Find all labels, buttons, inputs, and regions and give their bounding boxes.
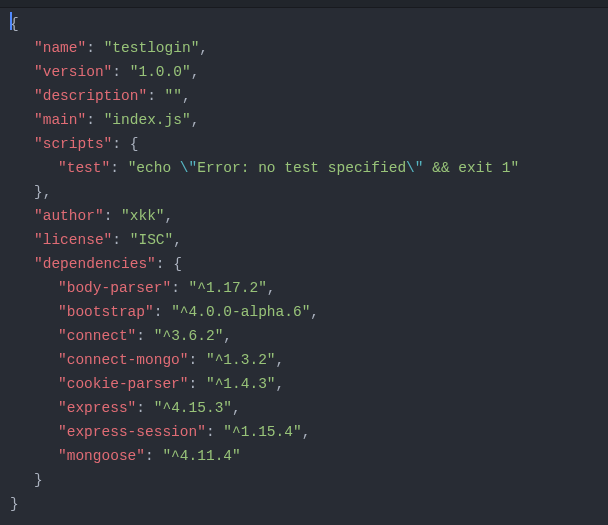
colon: : [206, 424, 223, 440]
code-line: "express-session": "^1.15.4", [10, 420, 608, 444]
json-key: "scripts" [34, 136, 112, 152]
json-value: "1.0.0" [130, 64, 191, 80]
comma: , [276, 352, 285, 368]
brace-close: } [34, 184, 43, 200]
comma: , [267, 280, 276, 296]
brace-open: { [130, 136, 139, 152]
escape-sequence: \" [406, 160, 423, 176]
code-line: "version": "1.0.0", [10, 60, 608, 84]
colon: : [104, 208, 121, 224]
colon: : [86, 40, 103, 56]
code-line: "author": "xkk", [10, 204, 608, 228]
json-value: "^4.0.0-alpha.6" [171, 304, 310, 320]
brace-close: } [34, 472, 43, 488]
json-key: "connect-mongo" [58, 352, 189, 368]
colon: : [147, 88, 164, 104]
json-value: "ISC" [130, 232, 174, 248]
comma: , [182, 88, 191, 104]
json-key: "version" [34, 64, 112, 80]
code-line: "mongoose": "^4.11.4" [10, 444, 608, 468]
comma: , [191, 64, 200, 80]
json-value: "testlogin" [104, 40, 200, 56]
comma: , [199, 40, 208, 56]
colon: : [156, 256, 173, 272]
code-line: "connect-mongo": "^1.3.2", [10, 348, 608, 372]
json-key: "author" [34, 208, 104, 224]
escape-sequence: \" [180, 160, 197, 176]
json-key: "main" [34, 112, 86, 128]
colon: : [136, 328, 153, 344]
colon: : [86, 112, 103, 128]
code-line: "express": "^4.15.3", [10, 396, 608, 420]
json-key: "connect" [58, 328, 136, 344]
json-key: "express" [58, 400, 136, 416]
brace-close: } [10, 496, 19, 512]
code-line: "dependencies": { [10, 252, 608, 276]
comma: , [310, 304, 319, 320]
colon: : [112, 232, 129, 248]
code-line: "main": "index.js", [10, 108, 608, 132]
json-value: && exit 1" [424, 160, 520, 176]
colon: : [154, 304, 171, 320]
code-line: "license": "ISC", [10, 228, 608, 252]
comma: , [302, 424, 311, 440]
json-key: "cookie-parser" [58, 376, 189, 392]
json-value: Error: no test specified [197, 160, 406, 176]
json-key: "license" [34, 232, 112, 248]
json-value: "^1.17.2" [189, 280, 267, 296]
json-value: "^3.6.2" [154, 328, 224, 344]
comma: , [173, 232, 182, 248]
json-key: "body-parser" [58, 280, 171, 296]
code-editor[interactable]: { "name": "testlogin", "version": "1.0.0… [0, 8, 608, 516]
json-value: "" [165, 88, 182, 104]
comma: , [43, 184, 52, 200]
comma: , [165, 208, 174, 224]
code-line: "body-parser": "^1.17.2", [10, 276, 608, 300]
json-key: "test" [58, 160, 110, 176]
comma: , [223, 328, 232, 344]
json-value: "xkk" [121, 208, 165, 224]
colon: : [171, 280, 188, 296]
code-line: "cookie-parser": "^1.4.3", [10, 372, 608, 396]
code-line: "scripts": { [10, 132, 608, 156]
json-key: "name" [34, 40, 86, 56]
json-value: "^1.15.4" [223, 424, 301, 440]
json-value: "^1.4.3" [206, 376, 276, 392]
json-value: "^4.15.3" [154, 400, 232, 416]
code-line: } [10, 492, 608, 516]
colon: : [145, 448, 162, 464]
code-line: } [10, 468, 608, 492]
comma: , [191, 112, 200, 128]
colon: : [189, 352, 206, 368]
json-value: "index.js" [104, 112, 191, 128]
code-line: { [10, 12, 608, 36]
text-cursor [10, 12, 12, 30]
json-key: "dependencies" [34, 256, 156, 272]
colon: : [136, 400, 153, 416]
json-key: "express-session" [58, 424, 206, 440]
code-line: "connect": "^3.6.2", [10, 324, 608, 348]
json-key: "bootstrap" [58, 304, 154, 320]
brace-open: { [173, 256, 182, 272]
code-line: "name": "testlogin", [10, 36, 608, 60]
code-line: }, [10, 180, 608, 204]
code-line: "description": "", [10, 84, 608, 108]
json-value: "echo [128, 160, 180, 176]
json-key: "mongoose" [58, 448, 145, 464]
colon: : [112, 64, 129, 80]
colon: : [110, 160, 127, 176]
comma: , [276, 376, 285, 392]
colon: : [189, 376, 206, 392]
json-value: "^4.11.4" [162, 448, 240, 464]
code-line: "bootstrap": "^4.0.0-alpha.6", [10, 300, 608, 324]
json-value: "^1.3.2" [206, 352, 276, 368]
comma: , [232, 400, 241, 416]
code-line: "test": "echo \"Error: no test specified… [10, 156, 608, 180]
colon: : [112, 136, 129, 152]
tab-bar [0, 0, 608, 8]
json-key: "description" [34, 88, 147, 104]
